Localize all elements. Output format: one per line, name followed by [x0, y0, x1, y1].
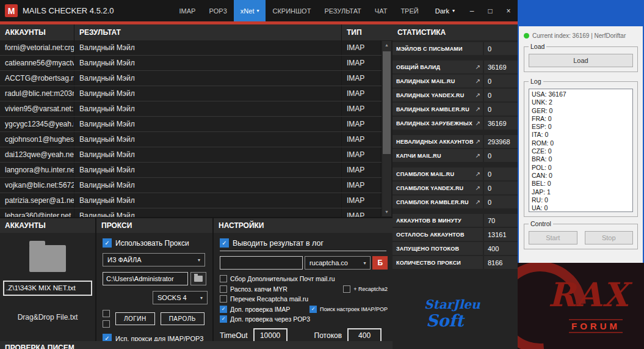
cell-account: catieanne56@myactv.: [0, 56, 74, 70]
menu-item-chat[interactable]: ЧАТ: [368, 0, 394, 21]
log-listbox[interactable]: USA: 36167UNK: 2GER: 0FRA: 0ESP: 0ITA: 0…: [529, 89, 633, 212]
table-row[interactable]: ACCTG@robertsag.netВалидный МэйлIMAP: [0, 71, 382, 86]
stop-button[interactable]: Stop: [585, 231, 634, 244]
table-row[interactable]: forni@vetorial.net:crgВалидный МэйлIMAP: [0, 40, 382, 56]
load-button[interactable]: Load: [529, 54, 633, 67]
export-arrow-icon[interactable]: ↗: [475, 199, 480, 205]
scroll-down-icon[interactable]: ▼: [382, 208, 391, 216]
log-output-label: Выводить результат в лог: [233, 239, 324, 248]
table-row[interactable]: cgjohnson1@hughes.Валидный МэйлIMAP: [0, 132, 382, 147]
option-checkbox[interactable]: [220, 295, 227, 303]
export-arrow-icon[interactable]: ↗: [475, 92, 480, 98]
menu-item-label: IMAP: [179, 7, 196, 15]
scrollbar-thumb[interactable]: [383, 51, 391, 154]
log-line: POL: 0: [532, 164, 630, 172]
log-line: FRA: 0: [532, 115, 630, 123]
minimize-button[interactable]: –: [463, 0, 481, 21]
close-button[interactable]: ×: [499, 0, 518, 21]
scroll-up-icon[interactable]: ▲: [382, 41, 391, 50]
stat-label: АККАУНТОВ В МИНУТУ: [393, 214, 483, 227]
menu-item-xnet[interactable]: xNet▾: [234, 0, 266, 21]
option-label: Поиск настроек IMAP/POP: [320, 306, 388, 312]
export-arrow-icon[interactable]: ↗: [475, 185, 480, 191]
theme-select[interactable]: Dark ▾: [429, 7, 461, 15]
table-row[interactable]: patrizia.seper@a1.net:Валидный МэйлIMAP: [0, 193, 382, 208]
table-row[interactable]: catieanne56@myactv.Валидный МэйлIMAP: [0, 56, 382, 71]
log-line: CAN: 0: [532, 172, 630, 180]
stat-label: МЭЙЛОВ С ПИСЬМАМИ: [393, 42, 483, 55]
login-checkbox[interactable]: [103, 310, 110, 317]
option-checkbox[interactable]: ✓: [309, 306, 317, 313]
stat-value: 0: [484, 149, 518, 162]
cell-result: Валидный Мэйл: [74, 147, 342, 162]
table-row[interactable]: vojkan@blic.net:5672Валидный МэйлIMAP: [0, 178, 382, 193]
export-arrow-icon[interactable]: ↗: [475, 171, 480, 177]
export-arrow-icon[interactable]: ↗: [475, 152, 480, 159]
export-arrow-icon[interactable]: ↗: [475, 120, 480, 127]
table-row[interactable]: lebara360@inter.netВалидный МэйлIMAP: [0, 208, 382, 217]
column-header-type[interactable]: ТИП: [342, 24, 381, 40]
proxy-auth-row: ЛОГИН ПАРОЛЬ: [103, 310, 208, 328]
table-row[interactable]: ygcygc12345@yeah.nВалидный МэйлIMAP: [0, 117, 382, 132]
proxy-source-select[interactable]: ИЗ ФАЙЛА ▾: [103, 253, 205, 266]
option-checkbox[interactable]: [220, 275, 227, 282]
proxy-panel: ПРОКСИ ✓ Использовать Прокси ИЗ ФАЙЛА ▾ …: [96, 217, 214, 341]
menu-item-result[interactable]: РЕЗУЛЬТАТ: [317, 0, 367, 21]
captcha-service-select[interactable]: rucaptcha.co ▾: [305, 256, 371, 270]
menu-item-imap[interactable]: IMAP: [173, 0, 203, 21]
option-checkbox[interactable]: ✓: [220, 315, 227, 323]
control-buttons: Start Stop: [529, 231, 633, 244]
stat-label: ВАЛИДНЫХ ЗАРУБЕЖНЫХ↗: [393, 117, 483, 130]
accounts-panel-title: АККАУНТЫ: [0, 218, 95, 233]
option-label: Сбор Дополнительных Почт mail.ru: [230, 275, 335, 282]
export-arrow-icon[interactable]: ↗: [475, 78, 480, 84]
captcha-key-input[interactable]: [220, 256, 303, 270]
proxy-path-input[interactable]: C:\Users\Administrator: [103, 272, 188, 285]
column-header-accounts[interactable]: АККАУНТЫ: [0, 24, 74, 40]
password-button[interactable]: ПАРОЛЬ: [161, 312, 204, 325]
accounts-file-input[interactable]: .Z\1\343K MIX NET.txt: [3, 281, 92, 296]
table-row[interactable]: dai123qwe@yeah.net:Валидный МэйлIMAP: [0, 147, 382, 163]
browse-folder-button[interactable]: [190, 272, 206, 285]
menu-item-label: РЕЗУЛЬТАТ: [324, 7, 361, 15]
table-row[interactable]: langnora@hu.inter.neВалидный МэйлIMAP: [0, 163, 382, 178]
accounts-table-body: forni@vetorial.net:crgВалидный МэйлIMAPc…: [0, 40, 382, 217]
menu-item-tray[interactable]: ТРЕЙ: [394, 0, 425, 21]
export-arrow-icon[interactable]: ↗: [475, 64, 480, 70]
option-checkbox[interactable]: ✓: [220, 306, 227, 313]
proxy-path-row: C:\Users\Administrator: [103, 272, 208, 285]
stat-value: 400: [484, 242, 518, 255]
password-checkbox[interactable]: [103, 320, 110, 328]
cell-result: Валидный Мэйл: [74, 56, 342, 70]
proxy-type-value: SOCKS 4: [157, 294, 187, 301]
log-group-label: Log: [529, 78, 543, 85]
cell-account: ACCTG@robertsag.net: [0, 71, 74, 86]
option-checkbox[interactable]: [343, 285, 350, 293]
export-arrow-icon[interactable]: ↗: [475, 138, 480, 145]
export-arrow-icon[interactable]: ↗: [475, 106, 480, 112]
proxy-type-select[interactable]: SOCKS 4 ▾: [153, 291, 208, 304]
cell-result: Валидный Мэйл: [74, 132, 342, 147]
stat-row: СПАМБЛОК YANDEX.RU↗0: [393, 182, 518, 194]
log-output-checkbox[interactable]: ✓: [220, 238, 229, 248]
menu-item-pop3[interactable]: POP3: [202, 0, 233, 21]
divider: [220, 251, 386, 251]
login-button[interactable]: ЛОГИН: [115, 312, 155, 325]
stats-rows: МЭЙЛОВ С ПИСЬМАМИ0ОБЩИЙ ВАЛИД↗36169ВАЛИД…: [393, 42, 518, 269]
settings-panel-title: НАСТРОЙКИ: [214, 218, 393, 233]
cell-account: forni@vetorial.net:crg: [0, 40, 74, 55]
table-row[interactable]: radul@blic.net:m203nВалидный МэйлIMAP: [0, 86, 382, 101]
menu-item-screenshot[interactable]: СКРИНШОТ: [266, 0, 317, 21]
option-checkbox[interactable]: [220, 285, 227, 293]
maximize-button[interactable]: □: [481, 0, 499, 21]
stat-row: ОБЩИЙ ВАЛИД↗36169: [393, 61, 518, 73]
stat-label: ВАЛИДНЫХ YANDEX.RU↗: [393, 89, 483, 101]
table-row[interactable]: vivien95@varsat.net:1Валидный МэйлIMAP: [0, 101, 382, 117]
start-button[interactable]: Start: [529, 231, 577, 244]
table-scrollbar[interactable]: ▲ ▼: [382, 41, 391, 216]
settings-option: Перечек Recaptcha mail.ru: [220, 295, 388, 303]
stat-row: КАПЧИ MAIL.RU↗0: [393, 149, 518, 162]
use-proxy-checkbox[interactable]: ✓: [103, 238, 112, 248]
balance-button[interactable]: Б: [372, 256, 388, 270]
column-header-result[interactable]: РЕЗУЛЬТАТ: [74, 24, 342, 40]
